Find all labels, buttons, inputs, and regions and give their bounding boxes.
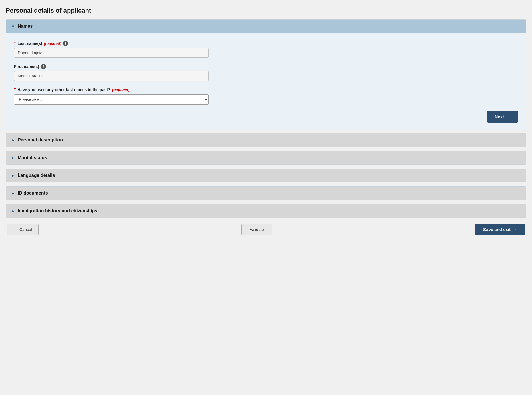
- section-label-id-documents: ID documents: [18, 191, 48, 196]
- section-body-names: * Last name(s) (required)?First name(s)?…: [6, 33, 526, 129]
- chevron-id-documents-icon: ►: [11, 191, 15, 195]
- input-first-name[interactable]: [14, 71, 209, 81]
- section-label-names: Names: [18, 24, 33, 29]
- arrow-left-icon: ←: [13, 227, 17, 232]
- field-label-text-other-last-names: Have you used any other last names in th…: [17, 87, 110, 92]
- field-label-first-name: First name(s)?: [14, 64, 518, 69]
- validate-button[interactable]: Validate: [241, 224, 272, 235]
- select-other-last-names[interactable]: Please select: [14, 94, 209, 105]
- section-panel-language-details: ►Language details: [6, 169, 526, 182]
- next-arrow-icon: →: [506, 114, 511, 119]
- field-label-text-first-name: First name(s): [14, 64, 39, 69]
- required-text: (required): [44, 41, 61, 46]
- section-panel-names: ▼Names* Last name(s) (required)?First na…: [6, 19, 526, 129]
- required-star-icon: *: [14, 87, 16, 92]
- required-star-icon: *: [14, 41, 16, 46]
- section-label-marital-status: Marital status: [18, 155, 47, 160]
- field-group-other-last-names: * Have you used any other last names in …: [14, 87, 518, 105]
- section-panel-personal-description: ►Personal description: [6, 133, 526, 147]
- input-last-name[interactable]: [14, 48, 209, 58]
- chevron-names-icon: ▼: [11, 24, 15, 29]
- save-exit-button[interactable]: Save and exit →: [475, 224, 525, 235]
- action-bar: ← Cancel Validate Save and exit →: [6, 224, 526, 235]
- field-group-first-name: First name(s)?: [14, 64, 518, 81]
- chevron-language-details-icon: ►: [11, 173, 15, 178]
- page-title: Personal details of applicant: [6, 7, 526, 14]
- sections-container: ▼Names* Last name(s) (required)?First na…: [6, 19, 526, 218]
- section-header-language-details[interactable]: ►Language details: [6, 169, 526, 182]
- field-label-text-last-name: Last name(s): [17, 41, 42, 46]
- help-icon-last-name[interactable]: ?: [63, 41, 68, 46]
- section-panel-id-documents: ►ID documents: [6, 186, 526, 200]
- next-button-row: Next→: [14, 111, 518, 123]
- chevron-personal-description-icon: ►: [11, 138, 15, 142]
- section-header-names[interactable]: ▼Names: [6, 20, 526, 33]
- section-label-immigration-history: Immigration history and citizenships: [18, 208, 97, 214]
- section-panel-marital-status: ►Marital status: [6, 151, 526, 165]
- required-text: (required): [112, 88, 130, 92]
- section-label-personal-description: Personal description: [18, 137, 63, 143]
- next-button-label: Next: [495, 114, 504, 119]
- chevron-immigration-history-icon: ►: [11, 209, 15, 213]
- chevron-marital-status-icon: ►: [11, 156, 15, 160]
- section-header-personal-description[interactable]: ►Personal description: [6, 133, 526, 147]
- section-header-id-documents[interactable]: ►ID documents: [6, 187, 526, 200]
- arrow-right-icon: →: [513, 227, 517, 232]
- section-header-marital-status[interactable]: ►Marital status: [6, 151, 526, 164]
- section-panel-immigration-history: ►Immigration history and citizenships: [6, 204, 526, 218]
- section-label-language-details: Language details: [18, 173, 55, 178]
- help-icon-first-name[interactable]: ?: [41, 64, 46, 69]
- section-header-immigration-history[interactable]: ►Immigration history and citizenships: [6, 204, 526, 218]
- field-label-last-name: * Last name(s) (required)?: [14, 41, 518, 46]
- field-label-other-last-names: * Have you used any other last names in …: [14, 87, 518, 92]
- next-button[interactable]: Next→: [487, 111, 518, 123]
- cancel-button[interactable]: ← Cancel: [7, 224, 39, 235]
- field-group-last-name: * Last name(s) (required)?: [14, 41, 518, 58]
